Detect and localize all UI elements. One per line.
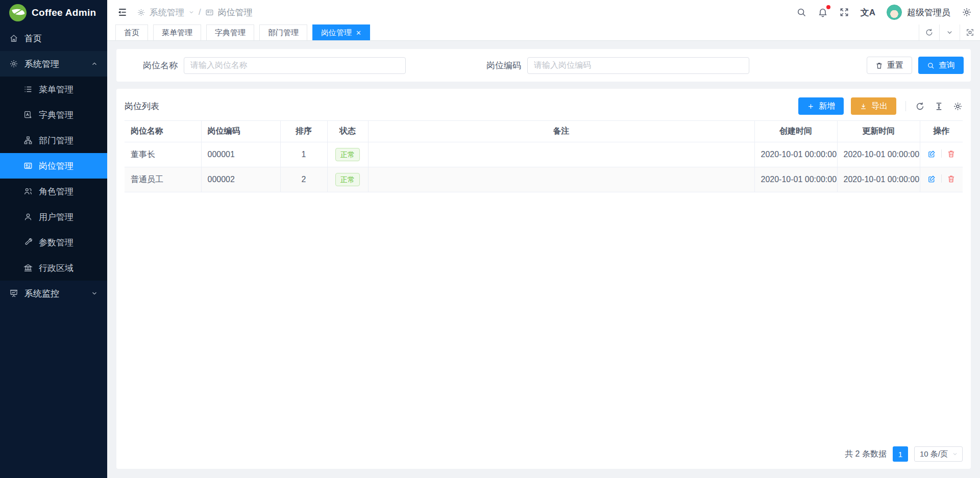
avatar xyxy=(887,5,902,20)
edit-icon[interactable] xyxy=(927,149,936,158)
reset-button[interactable]: 重置 xyxy=(867,57,912,74)
delete-icon[interactable] xyxy=(947,149,955,158)
search-icon[interactable] xyxy=(796,7,806,17)
breadcrumb-parent[interactable]: 系统管理 xyxy=(150,7,184,18)
page-content: 岗位名称 岗位编码 重置 查询 xyxy=(107,41,980,478)
cell-status: 正常 xyxy=(327,167,368,192)
trash-icon xyxy=(875,62,883,69)
sidebar-item-label: 岗位管理 xyxy=(39,160,74,172)
roles-icon xyxy=(23,187,33,196)
main-area: 系统管理 / 岗位管理 文A 超级管理员 xyxy=(107,0,980,478)
spring-leaf-logo-icon xyxy=(9,4,27,21)
page-number-button[interactable]: 1 xyxy=(893,446,908,462)
page-size-select[interactable]: 10 条/页 xyxy=(914,446,963,462)
sidebar-item-label: 首页 xyxy=(24,33,42,44)
col-post-name: 岗位名称 xyxy=(125,121,201,142)
sidebar-collapse-icon[interactable] xyxy=(117,7,128,17)
ops-divider xyxy=(941,149,942,158)
sidebar-item-system-management[interactable]: 系统管理 xyxy=(0,51,107,77)
content-maximize-icon[interactable] xyxy=(960,24,980,40)
card-title: 岗位列表 xyxy=(125,100,159,112)
col-ops: 操作 xyxy=(920,121,963,142)
sidebar-item-dept-management[interactable]: 部门管理 xyxy=(0,128,107,153)
tab-dict-management[interactable]: 字典管理 xyxy=(206,24,254,40)
sidebar-item-label: 系统监控 xyxy=(24,288,59,299)
sidebar-item-param-management[interactable]: 参数管理 xyxy=(0,230,107,255)
tabs-dropdown-chevron-icon[interactable] xyxy=(939,24,960,40)
chevron-down-icon xyxy=(188,9,194,15)
breadcrumb-current: 岗位管理 xyxy=(218,7,253,18)
search-form-card: 岗位名称 岗位编码 重置 查询 xyxy=(116,49,971,82)
plus-icon xyxy=(807,103,815,110)
post-list-card: 岗位列表 新增 导出 xyxy=(116,89,971,469)
tab-dept-management[interactable]: 部门管理 xyxy=(259,24,307,40)
sidebar: Coffee Admin 首页 系统管理 菜单管理 xyxy=(0,0,107,478)
sidebar-item-post-management[interactable]: 岗位管理 xyxy=(0,153,107,179)
tab-home[interactable]: 首页 xyxy=(115,24,148,40)
bank-icon xyxy=(23,263,33,272)
app-title: Coffee Admin xyxy=(32,7,96,18)
tab-menu-management[interactable]: 菜单管理 xyxy=(153,24,201,40)
post-code-field: 岗位编码 xyxy=(467,57,749,74)
dictionary-icon xyxy=(23,110,33,119)
row-height-icon[interactable] xyxy=(934,102,944,111)
cell-ops xyxy=(920,167,963,192)
cell-post-code: 000002 xyxy=(201,167,280,192)
cell-post-name: 普通员工 xyxy=(125,167,201,192)
post-name-input[interactable] xyxy=(184,57,406,74)
sidebar-item-system-monitor[interactable]: 系统监控 xyxy=(0,281,107,306)
sidebar-item-label: 用户管理 xyxy=(39,211,74,223)
sidebar-item-menu-management[interactable]: 菜单管理 xyxy=(0,77,107,102)
sidebar-item-admin-region[interactable]: 行政区域 xyxy=(0,255,107,281)
add-button[interactable]: 新增 xyxy=(798,97,844,115)
edit-icon[interactable] xyxy=(927,174,936,183)
col-updated: 更新时间 xyxy=(837,121,920,142)
post-table: 岗位名称 岗位编码 排序 状态 备注 创建时间 更新时间 操作 董事长 0000… xyxy=(125,120,963,192)
cell-post-code: 000001 xyxy=(201,142,280,167)
tag-tabs-bar: 首页 菜单管理 字典管理 部门管理 岗位管理 ✕ xyxy=(107,24,980,41)
sidebar-item-label: 系统管理 xyxy=(24,58,59,70)
chevron-up-icon xyxy=(91,60,98,67)
sidebar-menu: 首页 系统管理 菜单管理 字典管理 xyxy=(0,26,107,478)
tabs-refresh-icon[interactable] xyxy=(919,24,939,40)
table-row: 普通员工 000002 2 正常 2020-10-01 00:00:00 202… xyxy=(125,167,963,192)
sidebar-item-label: 行政区域 xyxy=(39,262,74,274)
sidebar-item-label: 菜单管理 xyxy=(39,84,74,95)
breadcrumb: 系统管理 / 岗位管理 xyxy=(137,7,253,18)
gear-icon xyxy=(137,8,145,17)
cell-created: 2020-10-01 00:00:00 xyxy=(754,142,837,167)
menu-list-icon xyxy=(23,85,33,94)
tab-close-icon[interactable]: ✕ xyxy=(356,30,361,36)
breadcrumb-separator: / xyxy=(199,7,201,17)
sidebar-item-role-management[interactable]: 角色管理 xyxy=(0,179,107,204)
language-switch-icon[interactable]: 文A xyxy=(861,7,875,18)
id-card-icon xyxy=(23,161,33,170)
fullscreen-icon[interactable] xyxy=(839,7,849,17)
post-code-input[interactable] xyxy=(527,57,749,74)
refresh-icon[interactable] xyxy=(915,102,925,111)
pagination: 共 2 条数据 1 10 条/页 xyxy=(125,440,963,462)
sidebar-item-label: 角色管理 xyxy=(39,186,74,197)
cell-status: 正常 xyxy=(327,142,368,167)
tab-post-management[interactable]: 岗位管理 ✕ xyxy=(312,24,370,40)
column-settings-gear-icon[interactable] xyxy=(953,102,963,111)
table-header-row: 岗位名称 岗位编码 排序 状态 备注 创建时间 更新时间 操作 xyxy=(125,121,963,142)
sidebar-item-user-management[interactable]: 用户管理 xyxy=(0,204,107,230)
export-button[interactable]: 导出 xyxy=(851,97,896,115)
ops-divider xyxy=(941,174,942,183)
delete-icon[interactable] xyxy=(947,174,955,183)
gear-icon xyxy=(9,59,18,68)
sidebar-item-home[interactable]: 首页 xyxy=(0,26,107,51)
org-tree-icon xyxy=(23,136,33,145)
table-row: 董事长 000001 1 正常 2020-10-01 00:00:00 2020… xyxy=(125,142,963,167)
monitor-icon xyxy=(9,289,18,298)
query-button[interactable]: 查询 xyxy=(918,57,964,74)
download-icon xyxy=(860,103,867,110)
user-menu[interactable]: 超级管理员 xyxy=(887,5,950,20)
cell-remark xyxy=(368,142,754,167)
settings-gear-icon[interactable] xyxy=(962,7,972,17)
app-logo[interactable]: Coffee Admin xyxy=(0,0,107,26)
notification-bell-icon[interactable] xyxy=(818,7,828,17)
user-icon xyxy=(23,212,33,221)
sidebar-item-dict-management[interactable]: 字典管理 xyxy=(0,102,107,128)
